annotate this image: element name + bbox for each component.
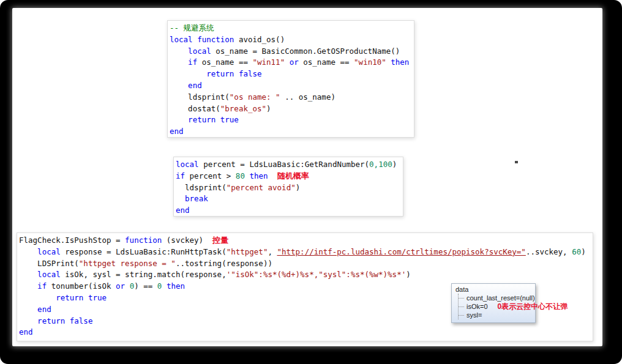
tooltip-title: data — [455, 286, 532, 294]
code-segment: ) — [296, 183, 301, 192]
code-segment: "break_os" — [220, 104, 266, 113]
code-segment: return — [56, 293, 83, 302]
tree-branch-line — [459, 298, 464, 299]
code-segment: then — [391, 58, 409, 67]
stray-dot — [515, 161, 518, 163]
code-segment: true — [88, 293, 107, 302]
code-segment: end — [176, 206, 190, 215]
code-segment: "win10" — [354, 58, 386, 67]
code-segment — [268, 171, 277, 180]
code-segment: ..tostring(response)) — [176, 259, 272, 268]
code-segment: , — [268, 247, 277, 256]
code-segment — [170, 69, 206, 78]
tooltip-item-text: sysl= — [466, 311, 482, 319]
code-segment: end — [170, 127, 184, 136]
debug-watch-tooltip: data count_last_reset=(null)isOk=00表示云控中… — [451, 283, 536, 323]
code-line: ldsprint("os name: " .. os_name) — [170, 92, 413, 103]
code-segment: local — [176, 160, 199, 169]
code-segment — [65, 316, 70, 325]
code-segment — [215, 115, 220, 124]
code-segment: if — [176, 171, 185, 180]
code-segment: then — [167, 281, 185, 291]
code-snippet-avoid-os: -- 规避系统local function avoid_os() local o… — [167, 20, 414, 138]
tooltip-tree-item: count_last_reset=(null) — [459, 294, 532, 302]
code-line: -- 规避系统 — [170, 23, 413, 34]
code-segment: end — [37, 305, 51, 314]
code-segment — [162, 281, 167, 291]
code-line: end — [176, 205, 402, 217]
code-segment: ) — [406, 270, 411, 279]
code-segment: .. os_name) — [280, 92, 335, 102]
code-segment: break — [185, 194, 208, 203]
code-line: break — [176, 193, 402, 205]
code-line: ldsprint("percent avoid") — [176, 182, 402, 194]
code-segment: end — [188, 81, 202, 90]
code-segment — [19, 316, 37, 325]
code-segment: false — [239, 69, 262, 78]
code-segment: response = LdsLuaBasic:RunHttpTask( — [61, 247, 227, 256]
red-annotation: 0表示云控中心不让弹 — [498, 302, 568, 311]
code-segment: 0,100 — [369, 160, 392, 169]
code-line: local percent = LdsLuaBasic:GetRandNumbe… — [176, 159, 402, 171]
code-segment: ..svckey, — [526, 247, 572, 256]
code-segment: ) — [392, 160, 397, 169]
code-segment: "http://intf-pc.ludashi.com/ctrltimes/po… — [277, 247, 525, 256]
code-segment: "percent avoid" — [227, 183, 296, 192]
code-segment: "win11" — [252, 58, 285, 67]
code-segment: function — [125, 236, 162, 245]
code-segment: ) == — [134, 281, 157, 291]
code-segment: (svckey) — [162, 236, 212, 245]
code-segment — [19, 270, 37, 279]
tooltip-tree-item: sysl= — [459, 311, 532, 319]
code-segment: end — [19, 327, 33, 336]
code-segment: return — [206, 69, 234, 78]
code-line: local os_name = BasicCommon.GetOSProduct… — [170, 46, 413, 58]
red-annotation: 控量 — [212, 236, 228, 245]
code-snippet-percent: local percent = LdsLuaBasic:GetRandNumbe… — [173, 157, 403, 217]
code-line: end — [19, 327, 591, 338]
code-segment: dostat( — [170, 104, 220, 113]
code-segment — [170, 58, 188, 67]
code-segment: "os name: " — [230, 92, 280, 102]
code-segment: local — [37, 247, 61, 256]
code-segment: os_name == — [197, 58, 252, 67]
code-segment: local — [37, 270, 61, 279]
code-segment: then — [249, 171, 268, 180]
code-line: dostat("break_os") — [170, 103, 413, 115]
code-segment: return — [37, 316, 65, 325]
code-segment: ) — [581, 247, 586, 256]
code-segment: os_name = BasicCommon.GetOSProductName() — [211, 46, 400, 56]
code-segment: if — [188, 58, 197, 67]
code-segment — [170, 46, 188, 56]
tooltip-item-text: isOk=0 — [466, 303, 488, 310]
code-segment: or — [290, 58, 299, 67]
tree-branch-line — [459, 315, 464, 316]
code-segment — [83, 293, 88, 302]
red-annotation: 随机概率 — [277, 171, 309, 180]
code-segment: ldsprint( — [176, 183, 227, 192]
code-segment — [234, 69, 239, 78]
code-segment: isOk, sysl = string.match(response, — [61, 270, 227, 279]
code-segment: -- 规避系统 — [170, 23, 214, 32]
code-segment: LDSPrint( — [19, 259, 79, 268]
code-line: if os_name == "win11" or os_name == "win… — [170, 57, 413, 69]
screenshot-frame: -- 规避系统local function avoid_os() local o… — [0, 0, 622, 364]
tooltip-tree-item: isOk=00表示云控中心不让弹 — [459, 302, 532, 311]
code-segment: return — [188, 115, 215, 124]
code-line: local function avoid_os() — [170, 34, 413, 46]
code-segment: percent > — [185, 171, 236, 180]
code-segment: ldsprint( — [170, 92, 230, 102]
code-segment — [125, 281, 130, 291]
code-line: local response = LdsLuaBasic:RunHttpTask… — [19, 247, 591, 258]
code-segment: "httpget response = " — [79, 259, 176, 268]
code-segment — [170, 81, 188, 90]
code-segment — [19, 305, 37, 314]
code-segment — [170, 115, 188, 124]
code-line: end — [170, 80, 413, 92]
tooltip-tree: count_last_reset=(null)isOk=00表示云控中心不让弹s… — [458, 294, 532, 319]
code-segment: "httpget" — [227, 247, 268, 256]
code-segment — [19, 247, 37, 256]
code-segment: local — [170, 35, 193, 44]
code-segment: '"isOk":%s*(%d+)%s*,"sysl":%s*(%w*)%s*' — [227, 270, 407, 279]
code-segment — [285, 58, 290, 67]
